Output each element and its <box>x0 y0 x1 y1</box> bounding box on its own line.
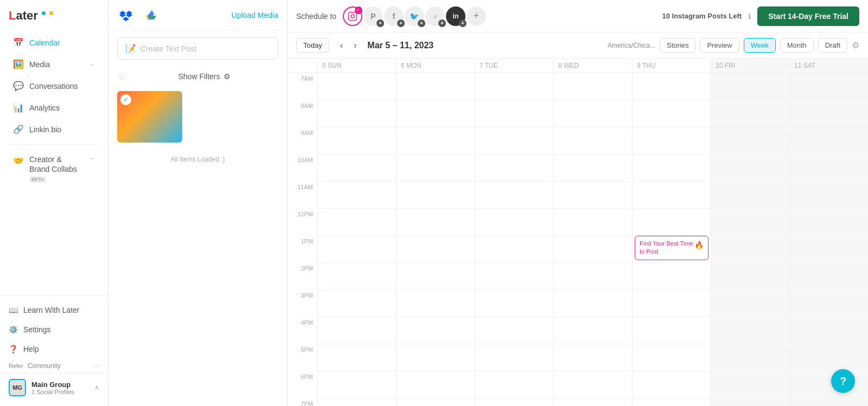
platform-twitter[interactable]: 🐦 + <box>405 7 424 26</box>
platform-add-button[interactable]: + <box>467 7 486 26</box>
time-7am: 7AM <box>288 73 317 100</box>
cell-sun-4pm[interactable] <box>318 317 396 344</box>
info-area: 10 Instagram Posts Left ℹ Start 14-Day F… <box>662 7 859 26</box>
media-grid: ✓ All Items Loaded :) <box>108 87 287 406</box>
platform-instagram[interactable]: ✓ <box>343 7 362 26</box>
day-label-tue: 7 TUE <box>475 59 553 73</box>
media-tools-bar: Upload Media <box>108 0 287 31</box>
cell-sun-12pm[interactable] <box>318 209 396 236</box>
account-profiles: 1 Social Profiles <box>31 389 89 395</box>
today-button[interactable]: Today <box>296 38 329 53</box>
cell-sun-6pm[interactable] <box>318 371 396 398</box>
logo-text: Later <box>9 9 53 23</box>
sidebar-bottom: 📖 Learn With Later ⚙️ Settings ❓ Help Re… <box>0 295 108 406</box>
sidebar-label-conversations: Conversations <box>29 82 78 91</box>
prev-week-button[interactable]: ‹ <box>336 38 347 53</box>
cell-thu-1pm[interactable]: Find Your Best Time to Post 🔥 <box>633 236 711 263</box>
svg-point-1 <box>351 15 354 18</box>
time-5pm: 5PM <box>288 344 317 371</box>
day-col-fri <box>711 73 789 406</box>
next-week-button[interactable]: › <box>349 38 361 53</box>
upload-media-button[interactable]: Upload Media <box>232 11 278 20</box>
sidebar-nav: 📅 Calendar 🖼️ Media → 💬 Conversations 📊 … <box>0 29 108 295</box>
flame-icon: 🔥 <box>694 241 704 249</box>
time-8am: 8AM <box>288 100 317 127</box>
creator-arrow-icon: → <box>88 154 95 162</box>
sidebar-label-media: Media <box>29 60 50 69</box>
refer-label: Refer <box>9 363 23 369</box>
calendar-grid-wrapper: 7AM 8AM 9AM 10AM 11AM 12PM 1PM 2PM 3PM 4… <box>288 73 868 406</box>
create-text-post-bar[interactable]: 📝 Create Text Post <box>117 37 278 60</box>
show-filters-button[interactable]: Show Filters ⚙ <box>130 72 278 81</box>
stories-view-button[interactable]: Stories <box>660 38 695 53</box>
info-icon[interactable]: ℹ <box>748 12 751 21</box>
media-panel: Upload Media 📝 Create Text Post ☆ Show F… <box>108 0 288 406</box>
sidebar-item-conversations[interactable]: 💬 Conversations <box>4 75 104 96</box>
sidebar-label-learn: Learn With Later <box>23 306 80 314</box>
dropbox-icon[interactable] <box>117 7 135 24</box>
start-trial-button[interactable]: Start 14-Day Free Trial <box>757 7 859 26</box>
creator-icon: 🤝 <box>13 156 24 166</box>
cell-sun-1pm[interactable] <box>318 236 396 263</box>
sidebar-label-settings: Settings <box>23 325 51 334</box>
media-thumbnail[interactable]: ✓ <box>117 91 182 143</box>
time-spacer <box>288 59 317 73</box>
sidebar-item-calendar[interactable]: 📅 Calendar <box>4 32 104 53</box>
calendar-settings-icon[interactable]: ⚙ <box>852 40 859 50</box>
settings-icon: ⚙️ <box>9 325 18 334</box>
cell-sun-3pm[interactable] <box>318 290 396 317</box>
sidebar-item-settings[interactable]: ⚙️ Settings <box>0 320 108 339</box>
best-time-card[interactable]: Find Your Best Time to Post 🔥 <box>635 236 709 260</box>
best-time-label: Find Your Best Time to Post <box>640 240 694 256</box>
analytics-icon: 📊 <box>13 102 24 113</box>
cell-sun-11am[interactable] <box>318 182 396 209</box>
week-view-button[interactable]: Week <box>744 38 776 53</box>
community-label: Community <box>28 362 61 370</box>
day-col-sat <box>789 73 868 406</box>
platform-linkedin[interactable]: in + <box>446 7 465 26</box>
sidebar-item-creator-brand[interactable]: 🤝 Creator & Brand Collabs BETA → <box>4 149 104 190</box>
cell-sun-8am[interactable] <box>318 100 396 127</box>
sidebar-item-learn[interactable]: 📖 Learn With Later <box>0 300 108 320</box>
posts-left-count: 10 <box>662 12 669 20</box>
help-icon: ❓ <box>9 345 18 353</box>
app-logo: Later <box>0 0 108 29</box>
sidebar: Later 📅 Calendar 🖼️ Media → 💬 Conversati… <box>0 0 108 406</box>
learn-icon: 📖 <box>9 306 18 314</box>
platform-tiktok[interactable]: ♪ + <box>425 7 445 26</box>
platform-pinterest[interactable]: P + <box>363 7 383 26</box>
timezone-label: America/Chica... <box>608 42 655 49</box>
star-icon[interactable]: ☆ <box>117 70 126 82</box>
sidebar-label-calendar: Calendar <box>29 38 60 47</box>
cell-sun-5pm[interactable] <box>318 344 396 371</box>
day-col-wed <box>553 73 632 406</box>
month-view-button[interactable]: Month <box>780 38 814 53</box>
facebook-plus-icon: + <box>397 20 405 27</box>
calendar-icon: 📅 <box>13 37 24 48</box>
google-drive-icon[interactable] <box>143 7 161 24</box>
sidebar-item-linkinbio[interactable]: 🔗 Linkin.bio <box>4 119 104 140</box>
cell-sun-9am[interactable] <box>318 127 396 154</box>
help-fab-button[interactable]: ? <box>831 369 855 393</box>
day-columns: Find Your Best Time to Post 🔥 <box>317 73 868 406</box>
filters-row: ☆ Show Filters ⚙ <box>108 66 287 87</box>
sidebar-item-media[interactable]: 🖼️ Media → <box>4 54 104 75</box>
community-more-icon[interactable]: ··· <box>94 362 99 370</box>
sidebar-item-help[interactable]: ❓ Help <box>0 339 108 359</box>
cell-sun-10am[interactable] <box>318 154 396 182</box>
preview-view-button[interactable]: Preview <box>700 38 739 53</box>
create-text-placeholder: Create Text Post <box>141 44 196 53</box>
sidebar-item-analytics[interactable]: 📊 Analytics <box>4 97 104 118</box>
account-row[interactable]: MG Main Group 1 Social Profiles ∧ <box>0 373 108 402</box>
time-12pm: 12PM <box>288 209 317 236</box>
time-6pm: 6PM <box>288 371 317 398</box>
main-area: Schedule to ✓ P + f + <box>288 0 868 406</box>
sidebar-label-help: Help <box>23 345 39 353</box>
media-check-icon: ✓ <box>120 94 131 105</box>
platform-facebook[interactable]: f + <box>384 7 404 26</box>
cell-sun-7am[interactable] <box>318 73 396 100</box>
cell-sun-7pm[interactable] <box>318 398 396 406</box>
draft-view-button[interactable]: Draft <box>818 38 847 53</box>
media-icon: 🖼️ <box>13 59 24 69</box>
cell-sun-2pm[interactable] <box>318 263 396 290</box>
